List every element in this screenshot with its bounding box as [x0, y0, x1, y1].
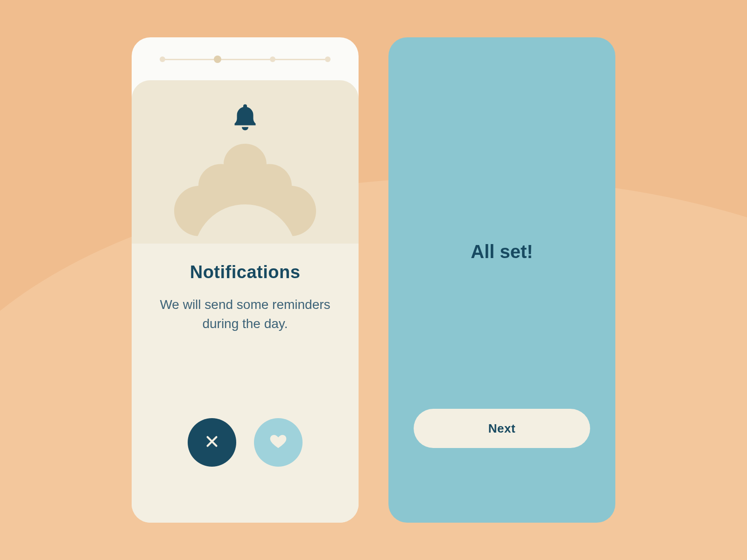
progress-step-3[interactable] [270, 56, 275, 62]
bell-icon [231, 102, 259, 134]
onboarding-actions [132, 418, 359, 467]
onboarding-copy: Notifications We will send some reminder… [150, 262, 340, 333]
progress-track [162, 59, 328, 60]
progress-step-2[interactable] [214, 56, 221, 63]
complete-title: All set! [388, 241, 615, 262]
close-icon [203, 433, 221, 452]
onboarding-screen-complete: All set! Next [388, 37, 615, 523]
onboarding-title: Notifications [150, 262, 340, 282]
next-button-label: Next [488, 421, 515, 436]
onboarding-card: Notifications We will send some reminder… [132, 80, 359, 523]
progress-step-4[interactable] [325, 56, 331, 62]
reject-button[interactable] [188, 418, 236, 467]
stage: Notifications We will send some reminder… [0, 0, 747, 560]
progress-indicator [162, 56, 328, 63]
onboarding-subtitle: We will send some reminders during the d… [150, 295, 340, 333]
cloud-shape-icon [161, 139, 329, 244]
next-button[interactable]: Next [414, 409, 590, 448]
accept-button[interactable] [254, 418, 303, 467]
progress-step-1[interactable] [160, 56, 165, 62]
heart-icon [268, 432, 288, 453]
onboarding-screen-notifications: Notifications We will send some reminder… [132, 37, 359, 523]
hero-illustration [132, 80, 359, 244]
